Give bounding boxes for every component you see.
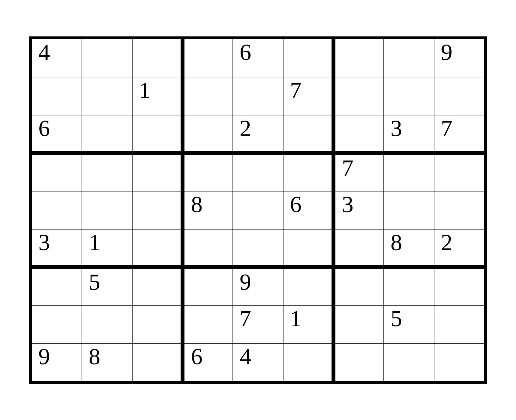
cell-r4c2[interactable] xyxy=(82,153,132,191)
cell-r2c8[interactable] xyxy=(384,77,434,115)
cell-r1c1[interactable]: 4 xyxy=(32,39,82,77)
cell-r1c4[interactable] xyxy=(183,39,233,77)
cell-r5c7[interactable]: 3 xyxy=(333,191,384,229)
cell-r8c9[interactable] xyxy=(434,305,484,343)
cell-r1c8[interactable] xyxy=(384,39,434,77)
cell-r7c7[interactable] xyxy=(333,267,384,305)
cell-r2c2[interactable] xyxy=(82,77,132,115)
cell-r9c7[interactable] xyxy=(333,343,384,381)
cell-r9c4[interactable]: 6 xyxy=(183,343,233,381)
cell-r2c9[interactable] xyxy=(434,77,484,115)
cell-r3c3[interactable] xyxy=(132,115,183,153)
cell-r7c4[interactable] xyxy=(183,267,233,305)
cell-r5c4[interactable]: 8 xyxy=(183,191,233,229)
cell-r1c2[interactable] xyxy=(82,39,132,77)
cell-r7c5[interactable]: 9 xyxy=(233,267,283,305)
cell-r2c3[interactable]: 1 xyxy=(132,77,183,115)
cell-r6c1[interactable]: 3 xyxy=(32,229,82,267)
cell-r7c3[interactable] xyxy=(132,267,183,305)
cell-r3c7[interactable] xyxy=(333,115,384,153)
cell-r9c3[interactable] xyxy=(132,343,183,381)
cell-r8c6[interactable]: 1 xyxy=(283,305,333,343)
cell-r3c6[interactable] xyxy=(283,115,333,153)
cell-r5c6[interactable]: 6 xyxy=(283,191,333,229)
cell-r6c6[interactable] xyxy=(283,229,333,267)
sudoku-board: 4 6 9 1 7 6 2 3 7 7 8 6 3 3 1 8 2 5 9 xyxy=(29,36,487,384)
cell-r5c3[interactable] xyxy=(132,191,183,229)
cell-r9c5[interactable]: 4 xyxy=(233,343,283,381)
cell-r2c6[interactable]: 7 xyxy=(283,77,333,115)
cell-r8c2[interactable] xyxy=(82,305,132,343)
cell-r4c9[interactable] xyxy=(434,153,484,191)
cell-r2c1[interactable] xyxy=(32,77,82,115)
cell-r8c7[interactable] xyxy=(333,305,384,343)
cell-r3c4[interactable] xyxy=(183,115,233,153)
cell-r4c1[interactable] xyxy=(32,153,82,191)
cell-r1c3[interactable] xyxy=(132,39,183,77)
cell-r5c2[interactable] xyxy=(82,191,132,229)
cell-r4c3[interactable] xyxy=(132,153,183,191)
cell-r7c9[interactable] xyxy=(434,267,484,305)
cell-r8c1[interactable] xyxy=(32,305,82,343)
cell-r8c8[interactable]: 5 xyxy=(384,305,434,343)
cell-r4c7[interactable]: 7 xyxy=(333,153,384,191)
cell-r4c6[interactable] xyxy=(283,153,333,191)
cell-r6c5[interactable] xyxy=(233,229,283,267)
cell-r9c2[interactable]: 8 xyxy=(82,343,132,381)
cell-r5c5[interactable] xyxy=(233,191,283,229)
cell-r3c5[interactable]: 2 xyxy=(233,115,283,153)
cell-r5c9[interactable] xyxy=(434,191,484,229)
cell-r4c4[interactable] xyxy=(183,153,233,191)
cell-r1c9[interactable]: 9 xyxy=(434,39,484,77)
cell-r3c9[interactable]: 7 xyxy=(434,115,484,153)
cell-r2c7[interactable] xyxy=(333,77,384,115)
cell-r6c9[interactable]: 2 xyxy=(434,229,484,267)
cell-r6c3[interactable] xyxy=(132,229,183,267)
cell-r1c5[interactable]: 6 xyxy=(233,39,283,77)
cell-r8c3[interactable] xyxy=(132,305,183,343)
cell-r9c8[interactable] xyxy=(384,343,434,381)
cell-r3c1[interactable]: 6 xyxy=(32,115,82,153)
cell-r7c6[interactable] xyxy=(283,267,333,305)
cell-r8c5[interactable]: 7 xyxy=(233,305,283,343)
cell-r1c6[interactable] xyxy=(283,39,333,77)
cell-r7c1[interactable] xyxy=(32,267,82,305)
cell-r6c4[interactable] xyxy=(183,229,233,267)
cell-r6c7[interactable] xyxy=(333,229,384,267)
cell-r3c8[interactable]: 3 xyxy=(384,115,434,153)
cell-r9c9[interactable] xyxy=(434,343,484,381)
cell-r7c2[interactable]: 5 xyxy=(82,267,132,305)
cell-r9c6[interactable] xyxy=(283,343,333,381)
cell-r7c8[interactable] xyxy=(384,267,434,305)
cell-r1c7[interactable] xyxy=(333,39,384,77)
cell-r5c8[interactable] xyxy=(384,191,434,229)
cell-r4c8[interactable] xyxy=(384,153,434,191)
cell-r5c1[interactable] xyxy=(32,191,82,229)
cell-r2c5[interactable] xyxy=(233,77,283,115)
cell-r4c5[interactable] xyxy=(233,153,283,191)
cell-r8c4[interactable] xyxy=(183,305,233,343)
cell-r9c1[interactable]: 9 xyxy=(32,343,82,381)
cell-r6c8[interactable]: 8 xyxy=(384,229,434,267)
cell-r3c2[interactable] xyxy=(82,115,132,153)
cell-r2c4[interactable] xyxy=(183,77,233,115)
cell-r6c2[interactable]: 1 xyxy=(82,229,132,267)
